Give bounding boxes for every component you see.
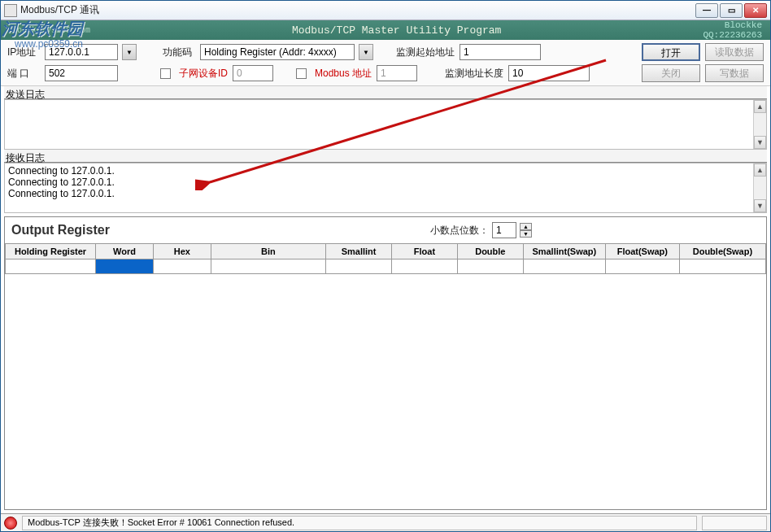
maximize-button[interactable]: ▭ [720,3,743,18]
table-body-area [5,274,766,509]
col-double-swap[interactable]: Double(Swap) [679,244,765,259]
window-title: Modbus/TCP 通讯 [20,3,695,17]
col-hex[interactable]: Hex [153,244,211,259]
col-float-swap[interactable]: Float(Swap) [605,244,679,259]
minimize-button[interactable]: — [695,3,718,18]
monitor-len-input[interactable] [508,65,590,81]
data-table: Holding Register Word Hex Bin Smallint F… [5,243,766,274]
send-log-box[interactable]: ▲▼ [4,99,767,150]
header-subtext: lockke.ys168.com [12,26,90,35]
titlebar: Modbus/TCP 通讯 — ▭ ✕ [1,1,770,20]
spinner-up-icon[interactable]: ▲ [520,223,532,230]
scroll-down-icon[interactable]: ▼ [754,136,766,149]
ip-input[interactable] [45,44,118,60]
output-panel: Output Register 小数点位数： ▲ ▼ Holding Regis… [4,216,767,510]
port-input[interactable] [45,65,118,81]
qq-contact: QQ:22236263 [703,30,762,40]
func-label: 功能码 [163,46,195,59]
col-bin[interactable]: Bin [211,244,326,259]
ip-dropdown-icon[interactable]: ▼ [122,44,137,60]
ip-label: IP地址 [7,46,40,59]
subnet-id-input[interactable] [233,65,273,81]
status-pane [702,516,767,530]
app-icon [4,4,17,17]
col-word[interactable]: Word [96,244,154,259]
scroll-up-icon[interactable]: ▲ [754,100,766,113]
recv-log-box[interactable]: Connecting to 127.0.0.1. Connecting to 1… [4,163,767,213]
header-bar: lockke.ys168.com Modbus/TCP Master Utili… [1,20,770,40]
log-line: Connecting to 127.0.0.1. [8,177,763,188]
scroll-up-icon[interactable]: ▲ [754,164,766,177]
decimal-input[interactable] [492,222,516,238]
func-select[interactable] [200,44,355,60]
send-log-label: 发送日志 [4,86,767,99]
recv-log-label: 接收日志 [4,150,767,163]
port-label: 端 口 [7,67,40,81]
read-button[interactable]: 读取数据 [705,43,764,61]
col-holding-register[interactable]: Holding Register [6,244,96,259]
spinner-down-icon[interactable]: ▼ [520,230,532,238]
decimal-label: 小数点位数： [430,224,489,238]
modbus-addr-input[interactable] [377,65,417,81]
monitor-start-label: 监测起始地址 [396,46,455,59]
subnet-id-label: 子网设备ID [179,67,228,81]
col-smallint[interactable]: Smallint [326,244,392,259]
config-panel: IP地址 ▼ 功能码 ▼ 监测起始地址 打开 读取数据 端 口 子网设备ID M… [1,40,770,86]
func-dropdown-icon[interactable]: ▼ [359,44,373,60]
subnet-checkbox[interactable] [160,68,171,79]
monitor-start-input[interactable] [460,44,541,60]
status-text: Modbus-TCP 连接失败！Socket Error # 10061 Con… [22,516,697,530]
col-float[interactable]: Float [392,244,458,259]
modbus-addr-checkbox[interactable] [296,68,307,79]
write-button[interactable]: 写数据 [705,64,764,82]
table-row[interactable] [6,259,766,274]
table-header-row: Holding Register Word Hex Bin Smallint F… [6,244,766,259]
close-button[interactable]: ✕ [744,3,767,18]
close-conn-button[interactable]: 关闭 [642,64,700,82]
log-line: Connecting to 127.0.0.1. [8,165,763,177]
col-double[interactable]: Double [457,244,523,259]
statusbar: Modbus-TCP 连接失败！Socket Error # 10061 Con… [1,513,770,531]
error-icon [4,517,17,530]
col-smallint-swap[interactable]: Smallint(Swap) [523,244,605,259]
output-title: Output Register [11,223,430,238]
open-button[interactable]: 打开 [642,43,700,61]
scroll-down-icon[interactable]: ▼ [754,199,766,212]
log-line: Connecting to 127.0.0.1. [8,188,763,199]
app-title: Modbus/TCP Master Utility Program [90,24,703,37]
modbus-addr-label: Modbus 地址 [315,67,372,81]
author-name: Blockke [703,20,762,30]
monitor-len-label: 监测地址长度 [445,67,503,81]
